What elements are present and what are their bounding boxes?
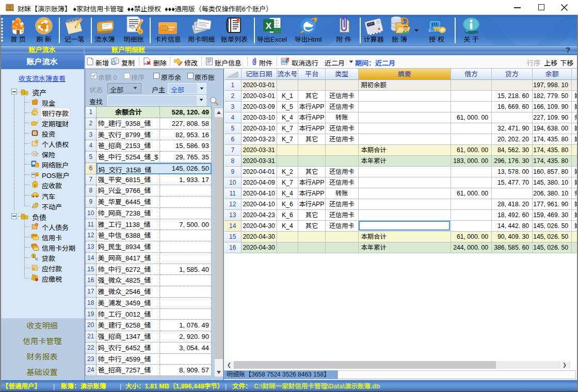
svg-text:$: $ xyxy=(34,184,36,187)
svg-text:¥: ¥ xyxy=(139,29,142,34)
svg-text:$: $ xyxy=(33,254,35,258)
svg-text:X: X xyxy=(266,21,272,31)
